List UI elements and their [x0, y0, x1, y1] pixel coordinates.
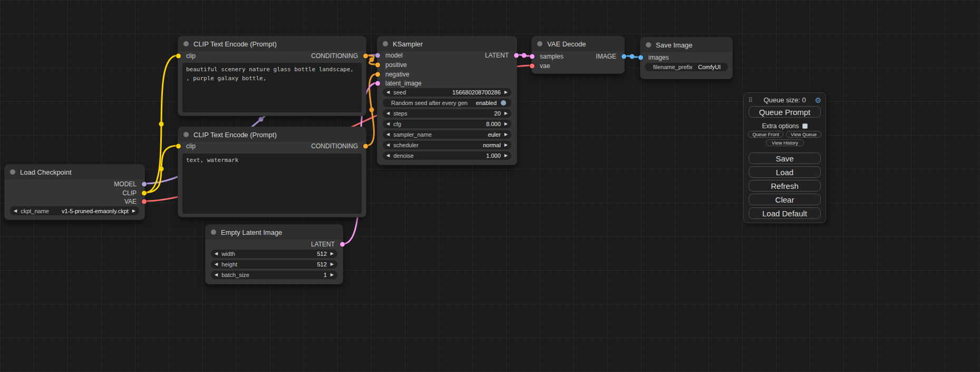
save-button[interactable]: Save [749, 152, 821, 164]
queue-prompt-button[interactable]: Queue Prompt [749, 106, 821, 118]
collapse-dot[interactable] [537, 41, 542, 46]
slot-positive-in: positive [377, 61, 407, 69]
conditioning-output-port[interactable] [363, 54, 368, 59]
decrement-arrow-icon[interactable]: ◀ [386, 122, 390, 126]
clip-output-port[interactable] [142, 191, 147, 196]
samples-input-port[interactable] [530, 54, 535, 59]
node-title-bar[interactable]: Empty Latent Image [206, 225, 343, 240]
widget-label: ckpt_name [21, 208, 49, 214]
decrement-arrow-icon[interactable]: ◀ [386, 143, 390, 147]
queue-front-button[interactable]: Queue Front [748, 131, 783, 138]
ckpt-name-widget[interactable]: ◀ ckpt_name v1-5-pruned-emaonly.ckpt ▶ [10, 206, 139, 215]
collapse-dot[interactable] [183, 41, 189, 46]
decrement-arrow-icon[interactable]: ◀ [14, 209, 17, 213]
load-button[interactable]: Load [749, 166, 821, 178]
increment-arrow-icon[interactable]: ▶ [504, 132, 508, 137]
decrement-arrow-icon[interactable]: ◀ [386, 111, 390, 116]
increment-arrow-icon[interactable]: ▶ [331, 273, 334, 277]
slot-model-out: MODEL [114, 180, 144, 188]
node-clip-text-encode-positive[interactable]: CLIP Text Encode (Prompt) clip CONDITION… [178, 36, 366, 116]
negative-input-port[interactable] [375, 72, 380, 77]
graph-canvas[interactable]: Load Checkpoint MODEL CLIP VAE ◀ ckpt_na… [0, 0, 980, 372]
queue-header: ⠿ Queue size: 0 ⚙ [744, 96, 826, 106]
decrement-arrow-icon[interactable]: ◀ [386, 154, 390, 158]
slot-label: IMAGE [596, 53, 616, 60]
view-history-button[interactable]: View History [766, 139, 804, 146]
load-default-button[interactable]: Load Default [749, 207, 821, 219]
node-empty-latent-image[interactable]: Empty Latent Image LATENT ◀ width 512 ▶ … [205, 224, 343, 284]
node-load-checkpoint[interactable]: Load Checkpoint MODEL CLIP VAE ◀ ckpt_na… [4, 164, 145, 220]
prompt-textarea[interactable]: beautiful scenery nature glass bottle la… [182, 63, 362, 112]
node-title-bar[interactable]: Load Checkpoint [5, 165, 144, 179]
width-widget[interactable]: ◀ width 512 ▶ [211, 250, 337, 258]
sampler-name-widget[interactable]: ◀ sampler_name euler ▶ [383, 130, 511, 139]
latent-image-input-port[interactable] [375, 81, 380, 86]
steps-widget[interactable]: ◀ steps 20 ▶ [383, 109, 511, 118]
increment-arrow-icon[interactable]: ▶ [504, 122, 508, 126]
batch-size-widget[interactable]: ◀ batch_size 1 ▶ [211, 271, 337, 279]
increment-arrow-icon[interactable]: ▶ [132, 209, 135, 213]
widget-value: enabled [476, 100, 497, 106]
image-output-port[interactable] [622, 54, 626, 59]
decrement-arrow-icon[interactable]: ◀ [215, 262, 218, 266]
link-dot-image [630, 54, 635, 59]
node-clip-text-encode-negative[interactable]: CLIP Text Encode (Prompt) clip CONDITION… [178, 127, 366, 217]
clip-input-port[interactable] [176, 144, 181, 149]
latent-output-port[interactable] [514, 53, 519, 58]
increment-arrow-icon[interactable]: ▶ [331, 262, 334, 266]
refresh-button[interactable]: Refresh [749, 180, 821, 192]
increment-arrow-icon[interactable]: ▶ [504, 154, 508, 158]
node-title-bar[interactable]: KSampler [377, 36, 517, 51]
height-widget[interactable]: ◀ height 512 ▶ [211, 260, 337, 269]
filename-prefix-widget[interactable]: filename_prefix ComfyUI [645, 63, 728, 71]
node-title-bar[interactable]: Save Image [641, 37, 732, 52]
decrement-arrow-icon[interactable]: ◀ [215, 273, 218, 277]
collapse-dot[interactable] [383, 41, 388, 46]
node-save-image[interactable]: Save Image images filename_prefix ComfyU… [640, 37, 733, 79]
node-title-bar[interactable]: CLIP Text Encode (Prompt) [178, 127, 366, 142]
cfg-widget[interactable]: ◀ cfg 8.000 ▶ [383, 120, 511, 128]
decrement-arrow-icon[interactable]: ◀ [386, 90, 390, 94]
collapse-dot[interactable] [183, 132, 189, 137]
positive-input-port[interactable] [375, 63, 380, 68]
images-input-port[interactable] [638, 55, 643, 60]
drag-handle-icon[interactable]: ⠿ [748, 97, 753, 104]
increment-arrow-icon[interactable]: ▶ [504, 111, 508, 116]
model-input-port[interactable] [375, 53, 380, 58]
increment-arrow-icon[interactable]: ▶ [504, 90, 508, 94]
prompt-textarea[interactable]: text, watermark [182, 154, 362, 214]
scheduler-widget[interactable]: ◀ scheduler normal ▶ [383, 141, 511, 149]
view-queue-button[interactable]: View Queue [786, 131, 821, 138]
decrement-arrow-icon[interactable]: ◀ [386, 132, 390, 137]
node-title-bar[interactable]: VAE Decode [532, 36, 624, 51]
vae-input-port[interactable] [530, 64, 535, 69]
vae-output-port[interactable] [142, 199, 147, 204]
seed-widget[interactable]: ◀ seed 156680208700286 ▶ [383, 88, 511, 97]
decrement-arrow-icon[interactable]: ◀ [215, 252, 218, 256]
conditioning-output-port[interactable] [363, 144, 368, 149]
denoise-widget[interactable]: ◀ denoise 1.000 ▶ [383, 151, 511, 160]
random-seed-widget[interactable]: Random seed after every gen enabled [383, 99, 511, 107]
collapse-dot[interactable] [10, 169, 15, 175]
random-seed-toggle[interactable] [501, 100, 506, 106]
node-title: Load Checkpoint [20, 168, 72, 176]
widget-value: 512 [317, 251, 326, 257]
collapse-dot[interactable] [646, 42, 651, 47]
increment-arrow-icon[interactable]: ▶ [331, 252, 334, 256]
increment-arrow-icon[interactable]: ▶ [504, 143, 508, 147]
clip-input-port[interactable] [176, 54, 181, 59]
slot-latent-image-in: latent_image [377, 80, 422, 87]
node-title-bar[interactable]: CLIP Text Encode (Prompt) [178, 36, 366, 51]
widget-label: seed [393, 89, 406, 96]
widget-label: sampler_name [393, 131, 432, 138]
model-output-port[interactable] [142, 182, 147, 187]
node-vae-decode[interactable]: VAE Decode samples vae IMAGE [531, 36, 625, 74]
latent-output-port[interactable] [340, 242, 345, 247]
gear-icon[interactable]: ⚙ [814, 96, 821, 104]
extra-options-checkbox[interactable] [802, 123, 808, 129]
widget-value: 156680208700286 [452, 89, 501, 96]
node-ksampler[interactable]: KSampler model positive negative latent_… [377, 36, 517, 165]
node-title: KSampler [393, 40, 423, 48]
collapse-dot[interactable] [211, 230, 216, 235]
clear-button[interactable]: Clear [749, 194, 821, 205]
